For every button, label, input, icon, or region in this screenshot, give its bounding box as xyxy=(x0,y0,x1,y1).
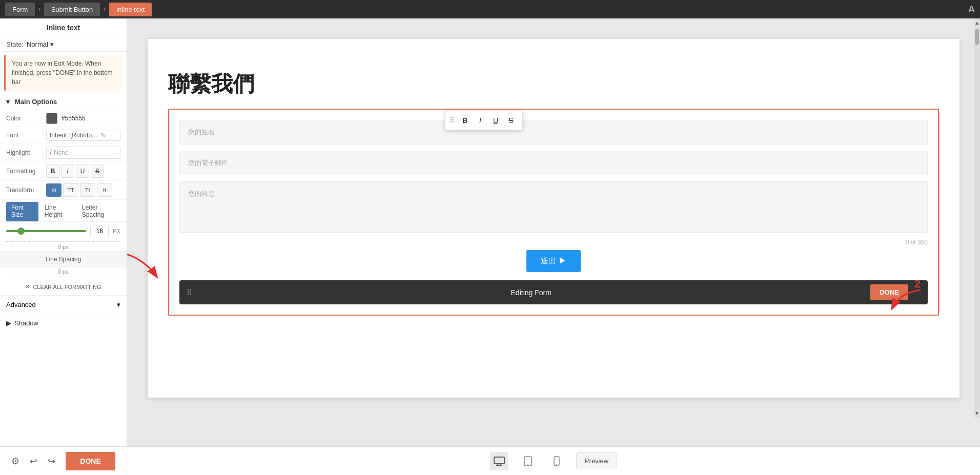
toolbar-underline-button[interactable]: U xyxy=(488,113,503,128)
edit-mode-notice: You are now in Edit Mode. When finished,… xyxy=(4,55,122,91)
transform-uppercase-button[interactable]: TT xyxy=(63,183,78,197)
format-buttons: B I U S xyxy=(46,164,104,178)
color-swatch[interactable] xyxy=(46,113,57,124)
char-count: 0 of 350 xyxy=(179,239,928,246)
editing-bar-drag-handle[interactable]: ⠿ xyxy=(187,288,192,297)
device-tablet-icon[interactable] xyxy=(519,452,537,470)
content-scroll: ⠿ B I U S 聯繫我們 您的姓名 您的電子郵件 您的訊息 0 of 350 xyxy=(127,18,980,446)
font-size-slider-row: PX xyxy=(0,222,127,240)
font-row: Font Inherit: [Roboto.... ✎ xyxy=(0,127,127,144)
undo-icon[interactable]: ↩ xyxy=(30,456,37,467)
tab-submit-button[interactable]: Submit Button xyxy=(44,3,100,16)
toolbar-strikethrough-button[interactable]: S xyxy=(504,113,518,128)
clear-format-icon: ✕ xyxy=(25,283,30,290)
redo-icon[interactable]: ↪ xyxy=(48,456,55,467)
tab-arrow-1: › xyxy=(38,5,40,14)
tab-letter-spacing[interactable]: Letter Spacing xyxy=(77,202,120,221)
state-row: State: Normal ▾ xyxy=(0,37,127,52)
top-nav-bar: Form › Submit Button › Inline text A xyxy=(0,0,980,18)
logo-icon: A xyxy=(968,4,975,15)
color-row: Color #555555 xyxy=(0,110,127,127)
annotation-1-arrow xyxy=(127,248,164,284)
color-label: Color xyxy=(6,115,42,122)
settings-icon[interactable]: ⚙ xyxy=(11,456,19,467)
transform-capitalize-button[interactable]: Tt xyxy=(80,183,95,197)
editing-bar-label: Editing Form xyxy=(200,288,862,297)
tab-arrow-2: › xyxy=(103,5,106,14)
device-mobile-icon[interactable] xyxy=(547,452,566,470)
transform-none-button[interactable]: ⊘ xyxy=(46,183,62,197)
panel-title-text: Inline text xyxy=(47,24,80,32)
transform-lowercase-button[interactable]: tt xyxy=(97,183,112,197)
formatting-label: Formatting xyxy=(6,168,42,175)
name-field[interactable]: 您的姓名 xyxy=(179,120,928,144)
toolbar-drag-handle[interactable]: ⠿ xyxy=(450,116,455,125)
shadow-label: Shadow xyxy=(14,319,38,327)
toolbar-italic-button[interactable]: I xyxy=(473,113,487,128)
state-arrow-icon: ▾ xyxy=(50,40,54,48)
edit-font-icon[interactable]: ✎ xyxy=(100,132,106,139)
page-heading: 聯繫我們 xyxy=(148,39,959,109)
spacing-top: 0 px xyxy=(0,243,127,251)
right-scrollbar[interactable]: ▲ ▼ xyxy=(974,18,980,418)
underline-button[interactable]: U xyxy=(76,164,89,178)
submit-button[interactable]: 送出 ▶ xyxy=(526,250,580,272)
preview-button[interactable]: Preview xyxy=(576,452,617,469)
highlight-value: None xyxy=(54,149,69,156)
state-selector[interactable]: Normal ▾ xyxy=(27,40,54,48)
font-selector[interactable]: Inherit: [Roboto.... ✎ xyxy=(46,130,120,141)
left-panel: Inline text State: Normal ▾ You are now … xyxy=(0,18,127,446)
color-value: #555555 xyxy=(62,115,86,122)
font-size-unit: PX xyxy=(113,228,120,234)
device-desktop-icon[interactable] xyxy=(490,452,508,470)
svg-point-7 xyxy=(556,464,557,465)
bold-button[interactable]: B xyxy=(46,164,59,178)
highlight-row: Highlight / None xyxy=(0,144,127,162)
message-field[interactable]: 您的訊息 xyxy=(179,181,928,233)
bottom-bar: ⚙ ↩ ↪ DONE Preview xyxy=(0,446,980,475)
font-size-slider[interactable] xyxy=(6,230,86,232)
strikethrough-button[interactable]: S xyxy=(91,164,104,178)
divider-bottom xyxy=(6,277,120,277)
bottom-center: Preview xyxy=(127,452,980,470)
advanced-section[interactable]: Advanced ▾ xyxy=(0,296,127,314)
line-spacing-label: Line Spacing xyxy=(0,251,127,267)
italic-button[interactable]: I xyxy=(61,164,74,178)
scroll-down-arrow[interactable]: ▼ xyxy=(973,409,980,418)
done-main-button[interactable]: DONE xyxy=(66,452,115,470)
scroll-up-arrow[interactable]: ▲ xyxy=(973,18,980,27)
floating-toolbar: ⠿ B I U S xyxy=(445,111,523,130)
panel-title: Inline text xyxy=(0,18,127,37)
tab-inline-text[interactable]: Inline text xyxy=(109,3,152,16)
transform-row: Transform ⊘ TT Tt tt xyxy=(0,181,127,200)
tab-line-height[interactable]: Line Height xyxy=(39,202,76,221)
toolbar-bold-button[interactable]: B xyxy=(458,113,472,128)
highlight-selector[interactable]: / None xyxy=(46,147,120,159)
clear-formatting-button[interactable]: ✕ CLEAR ALL FORMATTING xyxy=(0,278,127,296)
clear-format-label: CLEAR ALL FORMATTING xyxy=(33,284,101,290)
main-options-header[interactable]: ▾ Main Options xyxy=(0,94,127,110)
editing-bar: ⠿ Editing Form DONE 2 xyxy=(179,280,928,304)
formatting-row: Formatting B I U S xyxy=(0,162,127,181)
divider-top xyxy=(6,241,120,242)
size-tabs: Font Size Line Height Letter Spacing xyxy=(0,200,127,222)
font-size-input[interactable] xyxy=(90,225,109,237)
transform-buttons: ⊘ TT Tt tt xyxy=(46,183,112,197)
collapse-icon: ▾ xyxy=(6,98,10,106)
transform-label: Transform xyxy=(6,187,42,194)
font-label: Font xyxy=(6,132,42,139)
annotation-1: 1 xyxy=(127,235,164,284)
scroll-thumb[interactable] xyxy=(975,29,979,45)
tab-font-size[interactable]: Font Size xyxy=(6,202,38,221)
tab-form[interactable]: Form xyxy=(5,3,35,16)
main-layout: Inline text State: Normal ▾ You are now … xyxy=(0,18,980,446)
email-field[interactable]: 您的電子郵件 xyxy=(179,151,928,175)
content-area: ⠿ B I U S 聯繫我們 您的姓名 您的電子郵件 您的訊息 0 of 350 xyxy=(127,18,980,446)
bottom-left: ⚙ ↩ ↪ DONE xyxy=(0,447,127,475)
svg-point-5 xyxy=(527,464,528,465)
page-canvas: ⠿ B I U S 聯繫我們 您的姓名 您的電子郵件 您的訊息 0 of 350 xyxy=(148,39,959,398)
annotation-2-arrow xyxy=(890,287,926,313)
shadow-section[interactable]: ▶ Shadow xyxy=(0,314,127,332)
spacing-bottom: 0 px xyxy=(0,267,127,276)
highlight-slash-icon: / xyxy=(50,149,52,157)
